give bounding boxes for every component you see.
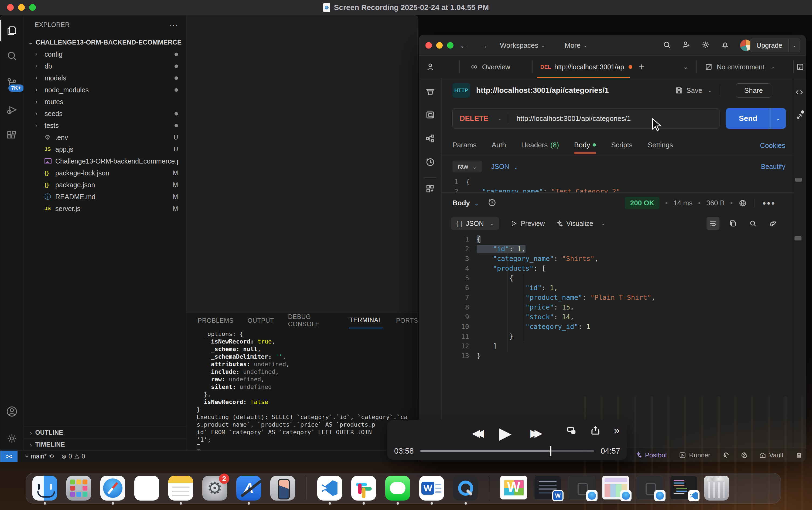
file-readme-md[interactable]: ⓘREADME.mdM [24,191,186,203]
more-options-icon[interactable]: ●●● [762,200,776,207]
zoom-button[interactable] [447,42,454,49]
picture-in-picture-icon[interactable] [567,426,577,436]
explorer-icon[interactable] [0,20,23,41]
method-dropdown-icon[interactable]: ⌄ [498,115,502,121]
folder-models[interactable]: ›models [24,72,186,84]
environment-quicklook-icon[interactable] [796,56,804,78]
sidebar-user-icon[interactable] [419,62,442,72]
timeline-section[interactable]: › TIMELINE [24,438,186,450]
account-icon[interactable] [0,401,23,422]
response-size[interactable]: 360 B [706,199,725,207]
save-button[interactable]: Save [686,86,702,95]
trash-icon[interactable] [795,451,803,459]
dock-system-settings[interactable]: ⚙2 [202,476,227,501]
history-clock-icon[interactable] [419,157,442,167]
tab-list-chevron[interactable]: ⌄ [680,56,688,78]
send-button[interactable]: Send ⌄ [726,108,786,129]
panel-tab-debug-console[interactable]: DEBUG CONSOLE [288,310,336,332]
playhead[interactable] [550,446,551,456]
environment-selector[interactable]: No environment ⌄ [704,56,775,78]
send-dropdown-icon[interactable]: ⌄ [770,108,786,129]
file-package-json[interactable]: {}package.jsonM [24,179,186,191]
dock-minimized-safari-window[interactable] [568,476,593,501]
flows-icon[interactable] [419,133,442,144]
dock-iphone-mirroring[interactable] [270,476,295,501]
folder-node-modules[interactable]: ›node_modules [24,84,186,96]
code-snippet-icon[interactable] [794,88,805,97]
forward-arrow-icon[interactable]: → [480,40,488,51]
remote-indicator[interactable]: >< [0,451,18,462]
folder-db[interactable]: ›db [24,60,186,72]
seek-bar[interactable] [420,450,594,452]
postman-traffic-lights[interactable] [426,42,454,49]
more-menu[interactable]: More⌄ [564,35,587,56]
tab-request-active[interactable]: DEL http://localhost:3001/ap [540,56,632,78]
zoom-button[interactable] [29,4,36,11]
dock-notes[interactable] [168,476,193,501]
file-challenge13-orm-backendecommerce-p-[interactable]: Challenge13-ORM-backendEcommerce.p... [24,155,186,167]
method-select[interactable]: DELETE [460,114,489,123]
cookies-icon[interactable] [741,451,748,459]
dock-quicktime-player[interactable] [453,476,478,501]
request-editor-scrollbar[interactable] [795,178,802,181]
dock-slack[interactable] [351,476,376,501]
minimize-button[interactable] [18,4,25,11]
capture-requests-icon[interactable] [722,451,730,459]
request-tab-auth[interactable]: Auth [492,141,506,150]
network-globe-icon[interactable] [738,199,747,207]
close-button[interactable] [426,42,432,49]
workspaces-menu[interactable]: Workspaces⌄ [500,35,545,56]
dock-minimized-vscode-window[interactable] [670,476,695,501]
expand-arrows-icon[interactable] [794,112,805,121]
dock-safari[interactable] [100,476,125,501]
dock-finder[interactable] [32,476,57,501]
share-button[interactable]: Share [736,83,771,98]
response-body[interactable]: 1{2 "id": 1,3 "category_name": "Shirts",… [442,234,792,448]
runner-button[interactable]: Runner [679,451,710,459]
notifications-bell-icon[interactable] [721,40,730,51]
dock-minimized-word-document[interactable] [534,476,559,501]
folder-routes[interactable]: ›routes [24,96,186,108]
response-body-dropdown[interactable]: Body ⌄ [453,199,478,207]
request-tab-headers[interactable]: Headers(8) [521,141,559,150]
dock-trash[interactable] [704,476,729,501]
rewind-button[interactable]: ◀◀ [472,427,484,439]
fast-forward-button[interactable]: ▶▶ [527,427,542,439]
upgrade-button[interactable]: Upgrade ⌄ [750,38,801,52]
project-root-folder[interactable]: ⌄ CHALLENGE13-ORM-BACKEND-ECOMMERCE [24,37,186,48]
share-icon[interactable] [590,426,601,436]
request-body-editor[interactable]: 1{2 "category_name": "Test Category 2" [442,177,794,192]
folder-seeds[interactable]: ›seeds [24,108,186,119]
vault-button[interactable]: Vault [759,451,783,459]
file-package-lock-json[interactable]: {}package-lock.jsonM [24,167,186,179]
search-icon[interactable] [662,40,671,51]
dock-messages[interactable] [385,476,410,501]
source-control-icon[interactable]: 7K+ [0,72,23,94]
beautify-link[interactable]: Beautify [761,160,785,173]
minimize-button[interactable] [436,42,443,49]
branch-indicator[interactable]: ⑂ main* ⟲ [25,453,54,460]
body-format-dropdown[interactable]: JSON ⌄ [491,163,518,171]
traffic-lights[interactable] [7,4,36,11]
new-request-grid-icon[interactable] [419,184,442,194]
invite-user-icon[interactable] [682,40,691,51]
request-tab-params[interactable]: Params [453,141,477,150]
dock-xcode[interactable]: A [236,476,261,501]
dock-minimized-safari-window[interactable] [602,476,627,501]
save-dropdown-icon[interactable]: ⌄ [708,87,712,93]
file-server-js[interactable]: JSserver.jsM [24,203,186,215]
close-button[interactable] [7,4,14,11]
settings-gear-icon[interactable] [0,428,23,449]
dock-reminders[interactable] [134,476,159,501]
visualize-button[interactable]: Visualize ⌄ [555,220,605,227]
delete-history-icon[interactable] [419,87,442,97]
status-badge[interactable]: 200 OK [625,197,660,209]
upgrade-dropdown-icon[interactable]: ⌄ [788,39,800,52]
run-debug-icon[interactable] [0,99,23,121]
postbot-button[interactable]: Postbot [635,451,667,459]
dock-visual-studio-code[interactable] [317,476,342,501]
panel-tab-output[interactable]: OUTPUT [247,313,274,328]
folder-tests[interactable]: ›tests [24,119,186,132]
terminal-output[interactable]: _options: { isNewRecord: true, _schema: … [197,330,415,451]
file-app-js[interactable]: JSapp.jsU [24,143,186,155]
